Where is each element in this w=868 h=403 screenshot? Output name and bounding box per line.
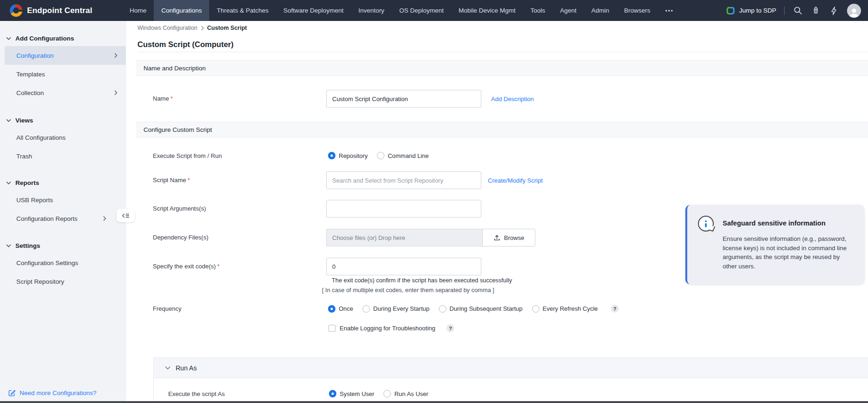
nav-item-home[interactable]: Home [122, 0, 154, 21]
browse-button[interactable]: Browse [482, 229, 535, 246]
more-menu-icon[interactable] [658, 0, 680, 21]
sidebar-item-label: Configuration [16, 52, 54, 59]
lightning-icon[interactable] [829, 6, 839, 16]
sidebar: Add Configurations Configuration Templat… [0, 21, 126, 403]
nav-item-admin[interactable]: Admin [584, 0, 616, 21]
dependency-drop-zone[interactable]: Choose files (or) Drop here [326, 229, 482, 246]
add-description-link[interactable]: Add Description [491, 96, 534, 102]
radio-option-command-line[interactable]: Command Line [377, 152, 429, 159]
divider [137, 52, 868, 52]
sidebar-item-label: Templates [16, 71, 45, 78]
nav-item-configurations[interactable]: Configurations [154, 0, 209, 21]
nav-item-mobile-device-mgmt[interactable]: Mobile Device Mgmt [451, 0, 523, 21]
sidebar-item-configuration[interactable]: Configuration [5, 46, 126, 65]
frequency-help-icon[interactable]: ? [611, 305, 619, 313]
sidebar-section-views[interactable]: Views [0, 112, 126, 128]
sidebar-section-reports[interactable]: Reports [0, 175, 126, 191]
radio-option-run-as-user[interactable]: Run As User [383, 390, 428, 397]
radio-option-system-user[interactable]: System User [329, 390, 374, 397]
nav-item-tools[interactable]: Tools [523, 0, 553, 21]
chevron-right-icon [114, 53, 117, 58]
sidebar-item-templates[interactable]: Templates [5, 65, 126, 83]
jump-to-sdp-label: Jump to SDP [739, 7, 776, 14]
info-box-title: Safeguard sensitive information [723, 219, 826, 227]
nav-item-threats-patches[interactable]: Threats & Patches [209, 0, 276, 21]
drop-zone-placeholder: Choose files (or) Drop here [332, 234, 405, 241]
exit-code-helper-1: The exit code(s) confirm if the script h… [332, 277, 512, 284]
execute-as-label: Execute the script As [154, 390, 329, 397]
sidebar-item-trash[interactable]: Trash [5, 147, 126, 165]
script-name-label: Script Name* [153, 177, 190, 184]
sidebar-section-settings[interactable]: Settings [0, 238, 126, 253]
run-as-header[interactable]: Run As [154, 358, 868, 378]
script-name-input[interactable] [326, 171, 481, 189]
radio-option-during-subsequent-startup[interactable]: During Subsequent Startup [439, 305, 523, 313]
exit-code-label: Specify the exit code(s)* [153, 263, 219, 270]
radio-unselected-icon[interactable] [439, 305, 446, 313]
sidebar-item-all-configurations[interactable]: All Configurations [5, 128, 126, 147]
radio-label: Once [339, 305, 353, 312]
breadcrumb-parent[interactable]: Windows Configuration [137, 25, 198, 31]
create-modify-script-link[interactable]: Create/Modify Script [488, 177, 543, 184]
radio-option-repository[interactable]: Repository [328, 152, 368, 159]
radio-label: Repository [339, 152, 368, 159]
name-input[interactable] [326, 90, 481, 108]
radio-unselected-icon[interactable] [377, 152, 384, 159]
logging-row: Enable Logging for Troubleshooting ? [328, 324, 454, 332]
nav-item-inventory[interactable]: Inventory [351, 0, 392, 21]
radio-selected-icon[interactable] [329, 390, 336, 397]
jump-to-sdp-button[interactable]: Jump to SDP [726, 6, 776, 15]
sidebar-item-script-repository[interactable]: Script Repository [5, 272, 126, 291]
required-marker: * [188, 177, 190, 184]
logging-help-icon[interactable]: ? [446, 324, 454, 332]
navbar-divider [784, 7, 785, 15]
sidebar-item-label: All Configurations [16, 134, 66, 141]
required-marker: * [217, 263, 219, 270]
run-as-title: Run As [176, 364, 197, 372]
sidebar-item-collection[interactable]: Collection [5, 83, 126, 102]
nav-item-agent[interactable]: Agent [553, 0, 584, 21]
chevron-down-icon [165, 366, 171, 370]
compose-icon [8, 389, 16, 397]
radio-option-during-every-startup[interactable]: During Every Startup [362, 305, 430, 313]
sidebar-section-title: Reports [15, 179, 39, 186]
radio-label: Run As User [394, 390, 428, 397]
nav-item-os-deployment[interactable]: OS Deployment [392, 0, 451, 21]
rocket-icon[interactable] [811, 6, 821, 16]
radio-selected-icon[interactable] [328, 305, 335, 313]
radio-option-every-refresh-cycle[interactable]: Every Refresh Cycle [532, 305, 598, 313]
radio-option-once[interactable]: Once [328, 305, 353, 313]
radio-unselected-icon[interactable] [383, 390, 391, 397]
radio-unselected-icon[interactable] [362, 305, 370, 313]
execute-from-label: Execute Script from / Run [153, 152, 222, 159]
need-more-configurations-link[interactable]: Need more Configurations? [8, 389, 96, 397]
sidebar-item-label: Collection [16, 89, 44, 96]
sidebar-item-configuration-reports[interactable]: Configuration Reports [5, 209, 126, 228]
radio-label: System User [340, 390, 374, 397]
required-marker: * [171, 95, 173, 102]
nav-item-browsers[interactable]: Browsers [617, 0, 658, 21]
user-avatar[interactable] [847, 4, 861, 18]
script-arguments-input[interactable] [326, 200, 481, 218]
sidebar-item-configuration-settings[interactable]: Configuration Settings [5, 253, 126, 272]
exit-code-input[interactable] [326, 258, 481, 275]
execute-as-radio-group: System User Run As User [329, 390, 428, 397]
endpoint-central-logo-icon [10, 4, 22, 17]
sidebar-item-label: USB Reports [16, 197, 53, 204]
radio-unselected-icon[interactable] [532, 305, 540, 313]
brand[interactable]: Endpoint Central [10, 4, 92, 17]
execute-from-radio-group: Repository Command Line [328, 152, 429, 159]
sidebar-section-title: Settings [15, 242, 40, 249]
nav-item-software-deployment[interactable]: Software Deployment [276, 0, 351, 21]
sidebar-item-usb-reports[interactable]: USB Reports [5, 191, 126, 209]
navbar-right: Jump to SDP [726, 4, 861, 18]
sdp-logo-icon [726, 6, 735, 15]
logging-checkbox[interactable] [328, 325, 335, 332]
sidebar-section-add-configurations[interactable]: Add Configurations [0, 30, 126, 46]
brand-name: Endpoint Central [27, 6, 92, 15]
upload-icon [493, 234, 500, 241]
chevron-right-icon [114, 90, 117, 96]
search-icon[interactable] [793, 6, 803, 16]
sidebar-collapse-toggle[interactable] [116, 209, 135, 222]
radio-selected-icon[interactable] [328, 152, 335, 159]
